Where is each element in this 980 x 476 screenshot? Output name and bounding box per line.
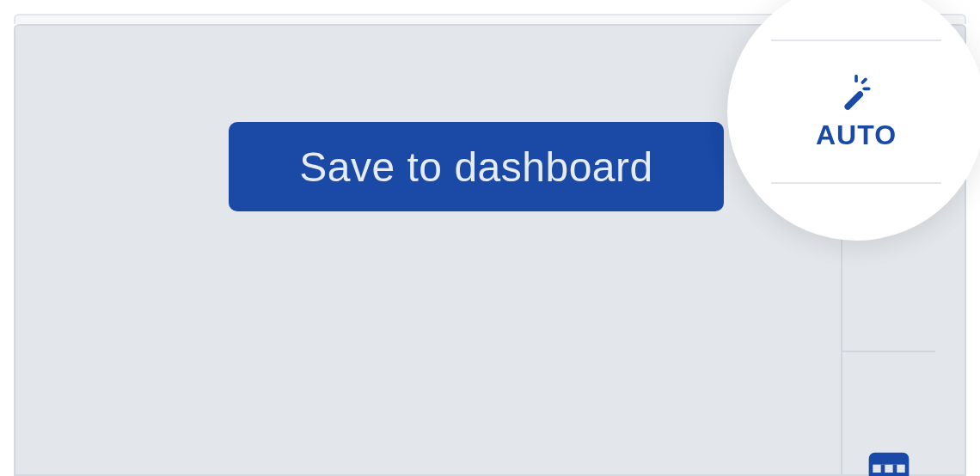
auto-label: AUTO <box>816 119 897 151</box>
svg-rect-1 <box>871 455 907 465</box>
save-button-label: Save to dashboard <box>299 143 652 191</box>
badge-divider <box>771 40 941 41</box>
svg-line-7 <box>862 79 866 82</box>
table-view-button[interactable] <box>842 352 935 476</box>
svg-rect-9 <box>843 89 865 110</box>
magic-wand-icon <box>837 73 875 111</box>
view-sidebar <box>841 232 935 474</box>
save-to-dashboard-button[interactable]: Save to dashboard <box>229 122 724 211</box>
sidebar-spacer <box>842 232 935 352</box>
badge-divider <box>771 182 941 184</box>
table-icon <box>865 449 913 476</box>
